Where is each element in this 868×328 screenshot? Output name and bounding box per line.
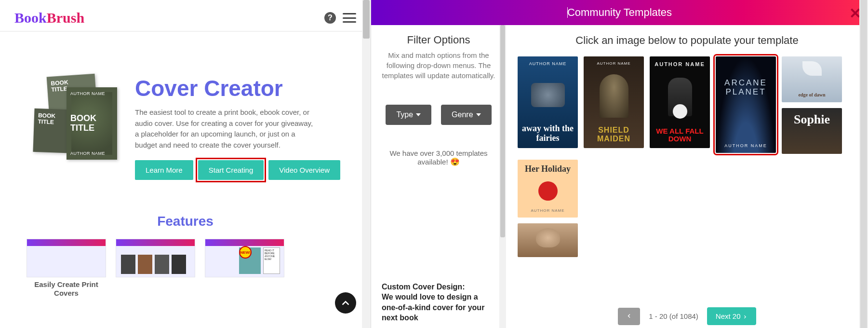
scrollbar-thumb[interactable]	[363, 0, 370, 39]
templates-area: Click an image below to populate your te…	[506, 25, 868, 328]
modal-title: Community Templates	[567, 6, 672, 19]
heart-eyes-emoji-icon: 😍	[450, 158, 460, 166]
feature-card[interactable]: NEW! READ IT BEFORE ANYONE ELSE!	[205, 239, 284, 298]
type-dropdown[interactable]: Type	[386, 105, 431, 125]
logo-part-a: Book	[14, 10, 47, 26]
chevron-up-icon	[340, 298, 351, 308]
scrollbar[interactable]	[859, 0, 868, 328]
template-count-text: We have over 3,000 templates available! …	[381, 149, 496, 166]
chevron-down-icon	[476, 113, 481, 116]
feature-thumb: NEW! READ IT BEFORE ANYONE ELSE!	[205, 239, 284, 277]
prev-page-button[interactable]	[618, 308, 640, 325]
templates-heading: Click an image below to populate your te…	[518, 34, 856, 48]
modal-header: Community Templates ✕	[371, 0, 868, 25]
page-subtitle: The easiest tool to create a print book,…	[135, 107, 318, 150]
template-card[interactable]: Her Holiday AUTHOR NAME	[518, 160, 578, 218]
scrollbar[interactable]	[499, 25, 506, 328]
custom-design-promo: Custom Cover Design: We would love to de…	[371, 282, 506, 323]
features-row: Easily Create Print Covers NEW! READ IT …	[0, 239, 371, 298]
feature-card[interactable]: Easily Create Print Covers	[27, 239, 106, 298]
features-heading: Features	[0, 214, 371, 229]
video-overview-button[interactable]: Video Overview	[268, 160, 340, 180]
page-range: 1 - 20 (of 1084)	[649, 312, 698, 320]
app-header: BookBrush ?	[0, 0, 371, 32]
feature-thumb	[116, 239, 195, 277]
logo-part-b: Brush	[47, 10, 84, 26]
pagination: 1 - 20 (of 1084) Next 20	[506, 307, 868, 325]
template-card[interactable]: ARCANE PLANET AUTHOR NAME	[716, 56, 776, 153]
feature-card[interactable]	[116, 239, 195, 298]
page-title: Cover Creator	[135, 75, 340, 101]
filter-description: Mix and match options from the following…	[381, 50, 496, 81]
template-card[interactable]: AUTHOR NAME WE ALL FALL DOWN	[650, 56, 710, 148]
logo[interactable]: BookBrush	[14, 10, 84, 26]
cover-preview-stack: BOOK TITLE AUTHOR NAME BOOK TITLE AUTHOR…	[34, 75, 120, 157]
template-card[interactable]: AUTHOR NAME away with the fairies	[518, 56, 578, 148]
feature-caption: Easily Create Print Covers	[27, 280, 106, 298]
start-creating-button[interactable]: Start Creating	[198, 160, 264, 180]
next-page-button[interactable]: Next 20	[707, 307, 756, 325]
template-card[interactable]: edge of dawn	[782, 56, 842, 102]
scrollbar-thumb[interactable]	[860, 0, 867, 328]
cover-thumb: BOOK TITLE	[33, 109, 68, 153]
template-card[interactable]	[518, 223, 578, 257]
menu-icon[interactable]	[343, 13, 356, 23]
filter-sidebar: Filter Options Mix and match options fro…	[371, 25, 506, 328]
learn-more-button[interactable]: Learn More	[135, 160, 193, 180]
filter-title: Filter Options	[381, 34, 496, 46]
template-card[interactable]: Sophie	[782, 108, 842, 154]
scrollbar[interactable]	[362, 0, 371, 328]
chevron-down-icon	[416, 113, 421, 116]
scrollbar-thumb[interactable]	[500, 25, 505, 237]
chevron-left-icon	[626, 313, 632, 319]
left-panel: BookBrush ? BOOK TITLE AUTHOR NAME BOOK …	[0, 0, 371, 328]
right-panel: Community Templates ✕ Filter Options Mix…	[371, 0, 868, 328]
genre-dropdown[interactable]: Genre	[441, 105, 491, 125]
back-to-top-button[interactable]	[335, 292, 356, 314]
feature-thumb	[27, 239, 106, 277]
template-card[interactable]: AUTHOR NAME SHIELD MAIDEN	[584, 56, 644, 148]
template-grid: AUTHOR NAME away with the fairies AUTHOR…	[518, 56, 856, 257]
help-icon[interactable]: ?	[324, 12, 336, 24]
cover-creator-section: BOOK TITLE AUTHOR NAME BOOK TITLE AUTHOR…	[0, 32, 371, 199]
chevron-right-icon	[743, 314, 748, 319]
cover-thumb: AUTHOR NAME BOOK TITLE AUTHOR NAME	[67, 87, 117, 160]
